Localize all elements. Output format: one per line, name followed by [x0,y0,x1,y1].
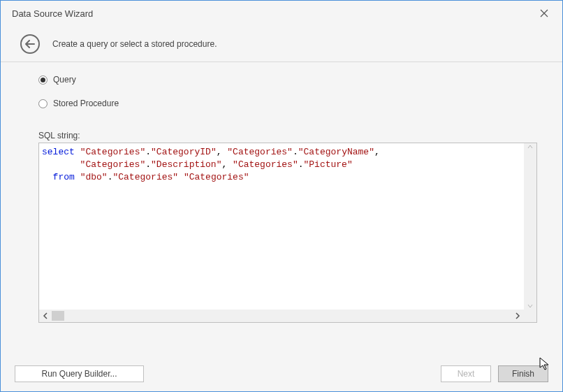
radio-stored-procedure[interactable]: Stored Procedure [38,99,537,108]
radio-stored-procedure-indicator [38,99,47,108]
radio-query-label: Query [53,75,76,85]
banner: Create a query or select a stored proced… [1,26,562,62]
horizontal-scrollbar[interactable] [39,310,524,322]
close-icon [540,9,548,17]
window-title: Data Source Wizard [12,8,536,19]
wizard-window: Data Source Wizard Create a query or sel… [0,0,563,392]
content-area: Query Stored Procedure SQL string: selec… [1,62,562,356]
run-query-builder-button[interactable]: Run Query Builder... [15,365,144,382]
radio-stored-procedure-label: Stored Procedure [53,99,119,108]
cursor-icon [539,357,550,371]
vertical-scrollbar[interactable] [524,143,536,310]
titlebar: Data Source Wizard [1,1,562,26]
scroll-left-icon [39,310,52,322]
banner-instruction: Create a query or select a stored proced… [52,39,217,49]
back-arrow-icon [25,40,35,48]
radio-query-indicator [38,75,47,85]
scroll-down-icon [527,303,534,310]
horizontal-scrollbar-thumb[interactable] [52,311,64,321]
sql-string-label: SQL string: [38,131,537,140]
footer: Run Query Builder... Next Finish [1,356,562,391]
scrollbar-corner [524,310,536,322]
radio-query[interactable]: Query [38,75,537,85]
next-button: Next [441,365,491,382]
close-button[interactable] [536,5,553,22]
sql-content: select "Categories"."CategoryID", "Categ… [42,146,524,310]
scroll-right-icon [511,310,524,322]
back-button[interactable] [20,34,40,54]
scroll-up-icon [527,143,534,150]
sql-textarea[interactable]: select "Categories"."CategoryID", "Categ… [38,143,537,323]
